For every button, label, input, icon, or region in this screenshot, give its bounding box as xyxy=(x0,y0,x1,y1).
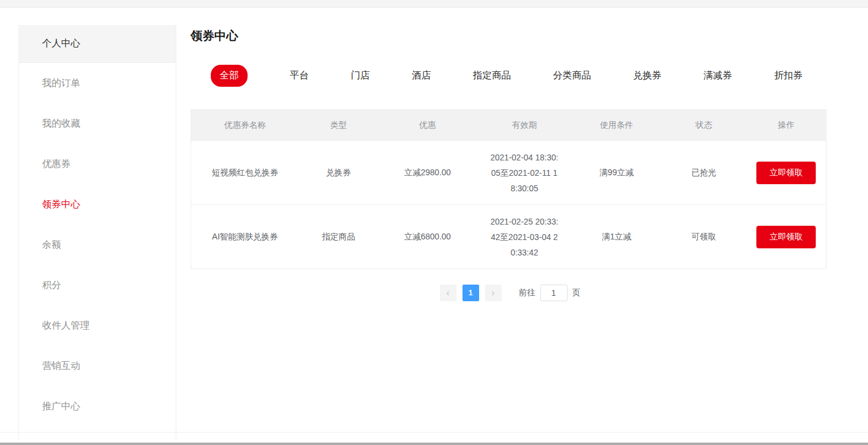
chevron-left-icon: ‹ xyxy=(446,285,449,301)
sidebar-item-points[interactable]: 积分 xyxy=(19,265,176,305)
coupon-condition: 满99立减 xyxy=(572,141,661,205)
coupon-name: 短视频红包兑换券 xyxy=(191,141,299,205)
page-title: 领券中心 xyxy=(191,29,826,43)
tab-full-reduction-coupon[interactable]: 满减券 xyxy=(704,70,732,82)
tab-specified-goods[interactable]: 指定商品 xyxy=(473,70,511,82)
chevron-right-icon: › xyxy=(492,285,495,301)
table-row: AI智能测肤兑换券 指定商品 立减6800.00 2021-02-25 20:3… xyxy=(191,205,826,269)
tab-hotel[interactable]: 酒店 xyxy=(412,70,431,82)
goto-page-input[interactable] xyxy=(540,285,568,301)
main-content: 领券中心 全部 平台 门店 酒店 指定商品 分类商品 兑换券 满减券 折扣券 优… xyxy=(191,25,826,301)
coupon-status: 已抢光 xyxy=(661,141,746,205)
sidebar-item-balance[interactable]: 余额 xyxy=(19,225,176,265)
column-header-type: 类型 xyxy=(299,110,378,141)
pagination: ‹ 1 › 前往 页 xyxy=(191,285,826,301)
column-header-validity: 有效期 xyxy=(477,110,572,141)
coupon-discount: 立减2980.00 xyxy=(378,141,477,205)
coupon-validity: 2021-02-04 18:30:05至2021-02-11 18:30:05 xyxy=(490,150,559,196)
sidebar-item-promotion-center[interactable]: 推广中心 xyxy=(19,386,176,427)
sidebar-item-marketing-interaction[interactable]: 营销互动 xyxy=(19,346,176,386)
coupon-type-tabs: 全部 平台 门店 酒店 指定商品 分类商品 兑换券 满减券 折扣券 xyxy=(191,65,826,87)
top-bar xyxy=(0,0,868,8)
claim-now-button[interactable]: 立即领取 xyxy=(756,162,816,184)
prev-page-button[interactable]: ‹ xyxy=(440,285,457,301)
sidebar-item-recipient-management[interactable]: 收件人管理 xyxy=(19,305,176,346)
sidebar-header-label: 个人中心 xyxy=(42,37,80,50)
page-number-button[interactable]: 1 xyxy=(462,285,479,301)
coupon-status: 可领取 xyxy=(661,205,746,269)
column-header-discount: 优惠 xyxy=(378,110,477,141)
claim-now-button[interactable]: 立即领取 xyxy=(756,226,816,248)
tab-exchange-coupon[interactable]: 兑换券 xyxy=(633,70,661,82)
tab-category-goods[interactable]: 分类商品 xyxy=(553,70,591,82)
sidebar-item-orders[interactable]: 我的订单 xyxy=(19,63,176,103)
coupon-name: AI智能测肤兑换券 xyxy=(191,205,299,269)
table-header-row: 优惠券名称 类型 优惠 有效期 使用条件 状态 操作 xyxy=(191,110,826,141)
coupon-discount: 立减6800.00 xyxy=(378,205,477,269)
column-header-coupon-name: 优惠券名称 xyxy=(191,110,299,141)
page-bottom-divider xyxy=(0,432,868,433)
tab-store[interactable]: 门店 xyxy=(351,70,370,82)
table-row: 短视频红包兑换券 兑换券 立减2980.00 2021-02-04 18:30:… xyxy=(191,141,826,205)
sidebar-item-favorites[interactable]: 我的收藏 xyxy=(19,103,176,144)
coupon-validity: 2021-02-25 20:33:42至2021-03-04 20:33:42 xyxy=(490,214,559,260)
column-header-action: 操作 xyxy=(747,110,826,141)
coupon-condition: 满1立减 xyxy=(572,205,661,269)
coupon-type: 兑换券 xyxy=(299,141,378,205)
tab-discount-coupon[interactable]: 折扣券 xyxy=(774,70,803,82)
coupon-type: 指定商品 xyxy=(299,205,378,269)
sidebar-item-coupon-center[interactable]: 领券中心 xyxy=(19,184,176,225)
goto-label: 前往 xyxy=(519,288,536,298)
tab-all[interactable]: 全部 xyxy=(211,65,248,87)
page-unit-label: 页 xyxy=(572,288,581,298)
column-header-status: 状态 xyxy=(661,110,746,141)
bottom-scrollbar[interactable] xyxy=(0,443,868,445)
sidebar-item-coupons[interactable]: 优惠券 xyxy=(19,144,176,184)
column-header-condition: 使用条件 xyxy=(572,110,661,141)
next-page-button[interactable]: › xyxy=(485,285,502,301)
sidebar: 个人中心 我的订单 我的收藏 优惠券 领券中心 余额 积分 收件人管理 营销互动… xyxy=(18,25,176,442)
sidebar-header-personal-center[interactable]: 个人中心 xyxy=(19,25,176,63)
coupon-table: 优惠券名称 类型 优惠 有效期 使用条件 状态 操作 短视频红包兑换券 兑换券 … xyxy=(191,109,826,269)
tab-platform[interactable]: 平台 xyxy=(290,70,309,82)
